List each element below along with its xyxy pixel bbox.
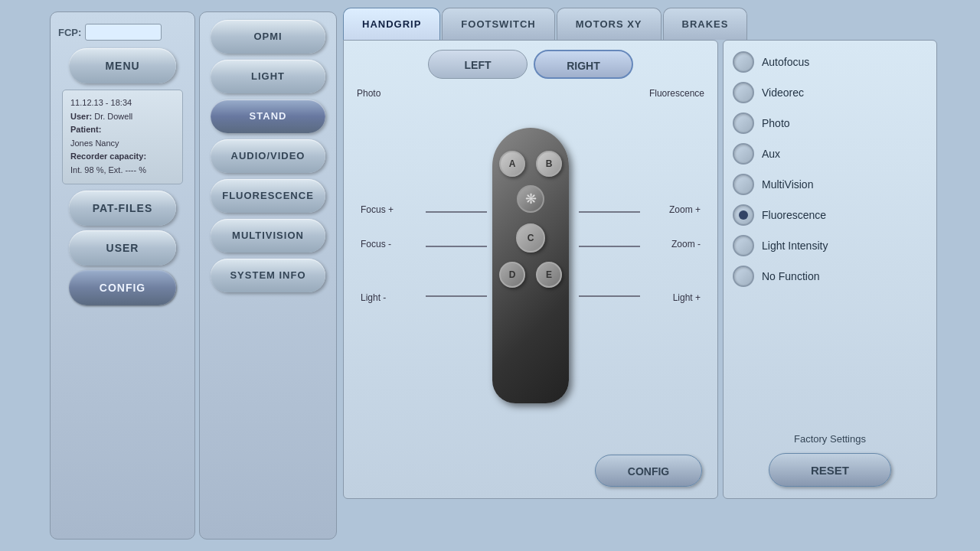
audio-video-button[interactable]: AUDIO/VIDEO [211,139,325,173]
button-c[interactable]: C [516,223,545,253]
right-button[interactable]: RIGHT [534,50,633,79]
diagram-area: Focus + Zoom + Focus - Zoom - Light - Li… [353,105,708,472]
radio-circle-aux [733,143,754,165]
focus-plus-label: Focus + [361,204,394,215]
snowflake-button[interactable]: ❋ [517,185,544,213]
photo-label: Photo [357,88,381,99]
de-row: D E [499,262,562,288]
radio-label-fluorescence: Fluorescence [762,209,826,221]
stand-button[interactable]: STAND [211,99,325,133]
radio-label-autofocus: Autofocus [762,56,809,68]
lr-toggle: LEFT RIGHT [353,50,708,79]
light-plus-label: Light + [673,292,701,303]
user-label: User: [70,112,92,121]
datetime: 11.12.13 - 18:34 [70,96,175,110]
handgrip-panel: LEFT RIGHT Photo Fluorescence [343,40,718,499]
pat-files-button[interactable]: PAT-FILES [69,191,176,226]
tab-brakes[interactable]: BRAKES [663,8,748,40]
photo-fluorescence-row: Photo Fluorescence [353,88,708,99]
radio-fluorescence[interactable]: Fluorescence [733,204,927,226]
sidebar: FCP: MENU 11.12.13 - 18:34 User: Dr. Dow… [50,11,195,540]
radio-label-photo: Photo [762,117,790,129]
radio-circle-multivision [733,174,754,195]
radio-videorec[interactable]: Videorec [733,82,927,103]
button-a[interactable]: A [499,151,525,177]
radio-aux[interactable]: Aux [733,143,927,165]
radio-circle-videorec [733,82,754,103]
fluorescence-button[interactable]: FLUORESCENCE [211,179,325,213]
info-box: 11.12.13 - 18:34 User: Dr. Dowell Patien… [62,90,183,184]
content-row: LEFT RIGHT Photo Fluorescence [343,40,971,499]
right-panel: Autofocus Videorec Photo Aux MultiVision… [723,40,937,499]
fcp-input[interactable] [85,24,162,41]
recorder-label: Recorder capacity: [70,152,146,161]
radio-circle-light-intensity [733,235,754,256]
radio-circle-fluorescence [733,204,754,226]
radio-label-multivision: MultiVision [762,178,813,191]
config-button[interactable]: CONFIG [69,270,176,305]
middle-panel: OPMI LIGHT STAND AUDIO/VIDEO FLUORESCENC… [199,11,337,540]
light-minus-label: Light - [361,292,386,303]
multivision-button[interactable]: MULTIVISION [211,219,325,253]
radio-label-no-function: No Function [762,270,819,282]
radio-photo[interactable]: Photo [733,112,927,134]
radio-multivision[interactable]: MultiVision [733,174,927,195]
tab-footswitch[interactable]: FOOTSWITCH [442,8,554,40]
radio-autofocus[interactable]: Autofocus [733,51,927,73]
left-button[interactable]: LEFT [428,50,528,79]
config-bottom-button[interactable]: CONFIG [595,455,702,487]
radio-light-intensity[interactable]: Light Intensity [733,235,927,256]
tab-motors-xy[interactable]: MOTORS XY [557,8,662,40]
button-b[interactable]: B [536,151,562,177]
zoom-minus-label: Zoom - [671,239,701,249]
fcp-label: FCP: [58,27,81,38]
button-d[interactable]: D [499,262,525,288]
recorder-value: Int. 98 %, Ext. ---- % [70,164,175,178]
patient-label: Patient: [70,125,101,134]
menu-button[interactable]: MENU [69,48,176,83]
button-e[interactable]: E [536,262,562,288]
zoom-plus-label: Zoom + [669,204,701,215]
system-info-button[interactable]: SYSTEM INFO [211,259,325,292]
fluorescence-label: Fluorescence [649,88,704,99]
remote-graphic: A B ❋ C D E [481,128,580,434]
factory-settings-label: Factory Settings [724,433,936,445]
tab-handgrip[interactable]: HANDGRIP [343,8,440,40]
radio-circle-photo [733,112,754,134]
opmi-button[interactable]: OPMI [211,20,325,54]
main-area: HANDGRIP FOOTSWITCH MOTORS XY BRAKES LEF… [343,8,971,543]
tabs-row: HANDGRIP FOOTSWITCH MOTORS XY BRAKES [343,8,971,40]
patient-value: Jones Nancy [70,137,175,151]
ab-row: A B [499,151,562,177]
radio-label-videorec: Videorec [762,86,804,99]
reset-button[interactable]: RESET [769,453,891,487]
user-button[interactable]: USER [69,230,176,266]
light-button[interactable]: LIGHT [211,60,325,93]
radio-circle-autofocus [733,51,754,73]
radio-label-light-intensity: Light Intensity [762,240,828,252]
radio-circle-no-function [733,266,754,287]
c-row: C [516,223,545,253]
radio-no-function[interactable]: No Function [733,266,927,287]
focus-minus-label: Focus - [361,239,391,249]
user-value: Dr. Dowell [94,112,132,121]
radio-label-aux: Aux [762,148,780,160]
